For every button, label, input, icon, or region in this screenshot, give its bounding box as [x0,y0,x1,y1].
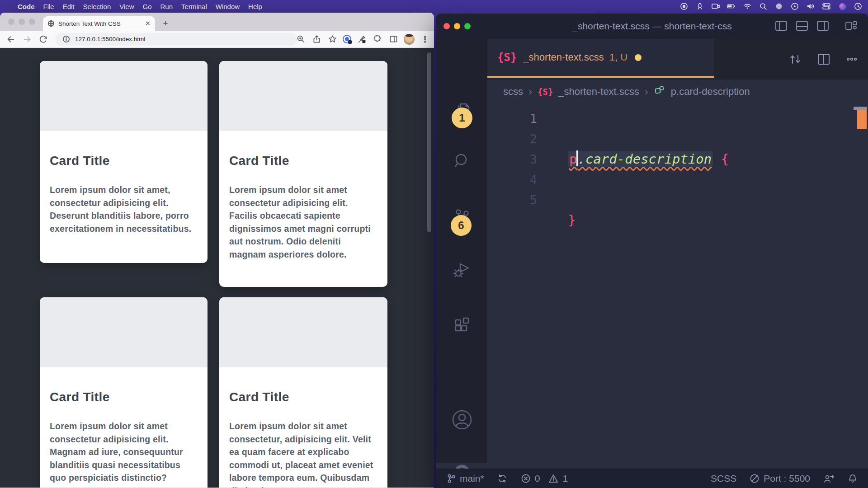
menu-file[interactable]: File [43,3,54,10]
scrollbar-slider[interactable] [854,107,867,110]
breadcrumb-file[interactable]: _shorten-text.scss [558,86,639,98]
card-title: Card Title [229,154,377,168]
url-text[interactable]: 127.0.0.1:5500/index.html [75,36,145,42]
breadcrumb-separator: › [645,85,648,98]
card-description: Lorem ipsum dolor sit amet consectetur a… [229,183,378,261]
token-element: p [569,151,577,167]
menu-run[interactable]: Run [160,3,173,10]
editor-tab-label: _shorten-text.scss [523,52,604,63]
profile-avatar[interactable] [404,34,415,45]
customize-layout-icon[interactable] [844,20,858,33]
card-image-placeholder [219,297,387,367]
selector-with-warning[interactable]: p.card-description [568,151,713,167]
menu-window[interactable]: Window [216,3,240,10]
record-icon[interactable] [679,2,689,11]
address-bar[interactable]: 127.0.0.1:5500/index.html [55,33,297,46]
back-icon[interactable] [5,34,16,45]
accounts-icon[interactable] [450,408,474,433]
privacy-extension-icon[interactable] [343,35,351,43]
open-changes-icon[interactable] [788,52,803,69]
token-open-brace: { [713,151,729,167]
code-content[interactable]: p.card-description { } [537,104,729,463]
language-label: SCSS [711,473,736,484]
card-description: Lorem ipsum dolor sit amet consectetur, … [229,420,378,488]
code-editor[interactable]: 1 2 3 4 5 p.card-description { } [487,104,868,463]
clock-icon[interactable] [854,2,863,11]
web-page: Card Title Lorem ipsum dolor sit amet, c… [0,48,434,488]
volume-icon[interactable] [806,2,815,11]
dot-icon[interactable] [774,2,783,11]
feedback-icon[interactable] [823,473,835,484]
minimize-window-button[interactable] [454,23,460,29]
zoom-window-button[interactable] [29,19,35,25]
overview-ruler-warning [857,110,867,129]
split-editor-icon[interactable] [816,52,831,68]
rocket-icon[interactable] [695,2,704,11]
menu-terminal[interactable]: Terminal [181,3,207,10]
toggle-secondary-sidebar-icon[interactable] [816,20,830,33]
new-tab-button[interactable]: + [161,19,170,28]
zoom-window-button[interactable] [464,23,471,29]
toggle-panel-icon[interactable] [795,20,809,33]
menu-go[interactable]: Go [143,3,152,10]
side-panel-icon[interactable] [388,34,399,45]
code-line-2[interactable]: } [568,210,729,230]
eyedropper-extension-icon[interactable] [356,34,367,45]
page-scrollbar[interactable] [427,52,431,232]
breadcrumb-folder[interactable]: scss [503,86,523,98]
menu-app[interactable]: Code [18,3,35,10]
forward-icon[interactable] [22,34,33,45]
editor-tab[interactable]: {S} _shorten-text.scss 1, U [487,39,714,78]
notifications-bell-icon[interactable] [847,473,858,484]
card-title: Card Title [229,390,377,404]
window-controls[interactable] [8,19,35,25]
screen-record-icon[interactable] [711,2,720,11]
battery-icon[interactable] [727,2,736,11]
menu-selection[interactable]: Selection [83,3,111,10]
close-window-button[interactable] [443,23,450,29]
menu-help[interactable]: Help [248,3,262,10]
play-circle-icon[interactable] [790,2,799,11]
card-description: Lorem ipsum dolor sit amet consectetur a… [50,420,198,484]
run-debug-icon[interactable] [451,258,473,282]
zoom-icon[interactable] [295,34,306,45]
card-image-placeholder [40,297,208,367]
reload-icon[interactable] [38,34,49,45]
language-mode-item[interactable]: SCSS [711,473,736,484]
more-actions-icon[interactable] [844,52,859,68]
modified-dot-icon[interactable] [635,54,642,61]
share-icon[interactable] [311,34,322,45]
extensions-puzzle-icon[interactable] [372,34,383,45]
siri-icon[interactable] [838,2,847,11]
line-number: 5 [487,190,537,210]
minimize-window-button[interactable] [19,19,25,25]
explorer-badge: 1 [452,108,472,128]
menu-edit[interactable]: Edit [63,3,75,10]
live-server-port-item[interactable]: Port : 5500 [749,473,810,484]
scss-icon: {S} [538,87,553,97]
browser-tab[interactable]: Shorten Text With CSS ✕ [43,16,155,31]
more-menu-icon[interactable] [420,34,430,45]
activity-bar: 1 6 [436,39,487,463]
control-center-icon[interactable] [822,2,831,11]
status-bar: main* 0 1 SCSS Port : 5500 [436,469,868,488]
sync-icon[interactable] [497,473,508,484]
wifi-icon[interactable] [743,2,752,11]
close-window-button[interactable] [8,19,14,25]
tab-close-icon[interactable]: ✕ [145,19,151,28]
search-icon[interactable] [451,150,473,174]
extensions-icon[interactable] [451,314,473,338]
search-icon[interactable] [759,2,768,11]
menu-view[interactable]: View [119,3,134,10]
git-branch-item[interactable]: main* [446,473,484,484]
problems-item[interactable]: 0 1 [520,473,568,484]
vscode-window: _shorten-text.scss — shorten-text-css 1 [436,14,868,488]
toggle-sidebar-icon[interactable] [774,20,788,33]
card-description: Lorem ipsum dolor sit amet, consectetur … [50,183,198,235]
breadcrumb-symbol[interactable]: p.card-description [671,86,750,98]
bookmark-star-icon[interactable] [327,34,338,45]
source-control-badge: 6 [451,215,472,236]
vscode-title-bar[interactable]: _shorten-text.scss — shorten-text-css [436,14,868,39]
code-line-1[interactable]: p.card-description { [568,149,729,169]
site-info-icon[interactable] [61,34,71,45]
